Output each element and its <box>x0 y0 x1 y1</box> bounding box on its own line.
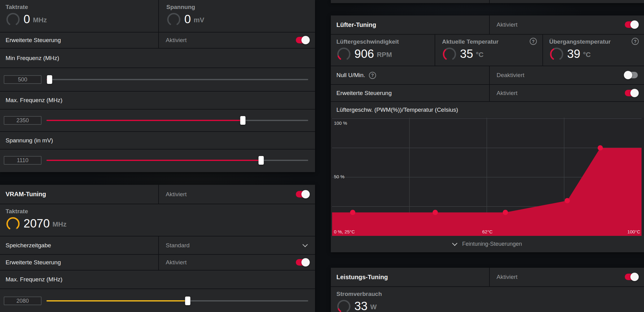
vram-header-row: VRAM-Tuning Aktiviert <box>0 185 315 204</box>
previous-card-edge <box>331 0 644 3</box>
fan-speed-label: Lüftergeschwindigkeit <box>336 38 435 45</box>
fan-curve-chart[interactable]: 100 % 50 % 0 %, 25°C 62°C 100°C <box>331 118 644 236</box>
gpu-advanced-row: Erweiterte Steuerung Aktiviert <box>0 32 315 48</box>
gpu-voltage-value: 0 <box>184 13 191 26</box>
power-consumption-gauge-icon <box>336 299 351 312</box>
fan-advanced-state: Aktiviert <box>497 90 518 97</box>
current-temp-cell: Aktuelle Temperatur ? 35 °C <box>435 35 542 66</box>
fan-advanced-label: Erweiterte Steuerung <box>331 85 489 101</box>
fan-enable-toggle[interactable] <box>625 21 638 28</box>
fan-title: Lüfter-Tuning <box>331 15 489 34</box>
fan-curve-point[interactable] <box>350 210 355 215</box>
power-consumption-unit: W <box>370 303 377 311</box>
gpu-clock-label: Taktrate <box>6 4 158 11</box>
vram-advanced-label: Erweiterte Steuerung <box>0 255 158 270</box>
zero-rpm-label: Null U/Min. <box>336 72 365 79</box>
max-freq-label: Max. Frequenz (MHz) <box>6 97 63 104</box>
vram-state: Aktiviert <box>166 191 187 198</box>
power-consumption-value: 33 <box>354 300 367 312</box>
current-temp-value: 35 <box>460 47 473 61</box>
slider-track[interactable] <box>46 120 308 121</box>
ytick-50: 50 % <box>334 174 344 179</box>
vram-max-freq-label-row: Max. Frequenz (MHz) <box>0 271 315 288</box>
fan-curve-point[interactable] <box>503 210 508 215</box>
fan-speed-value: 906 <box>354 47 374 61</box>
gpu-clock-unit: MHz <box>33 16 47 24</box>
gpu-voltage-gauge-icon <box>166 12 181 27</box>
vram-max-freq-slider[interactable] <box>46 289 308 312</box>
power-consumption-row: Stromverbrauch 33 W <box>331 287 644 312</box>
fan-chart-title-row: Lüftergeschw. (PWM(%))/Temperatur (Celsi… <box>331 102 644 118</box>
min-freq-slider[interactable] <box>46 68 308 91</box>
junction-temp-unit: °C <box>583 51 591 59</box>
gpu-voltage-unit: mV <box>194 16 204 24</box>
fine-tuning-label: Feintuning-Steuerungen <box>462 241 522 247</box>
junction-temp-gauge-icon <box>549 46 564 61</box>
gpu-tuning-card: Taktrate 0 MHz Spannung 0 mV Erweiterte … <box>0 0 315 172</box>
vram-enable-toggle[interactable] <box>296 191 309 197</box>
current-temp-label: Aktuelle Temperatur <box>442 38 542 45</box>
help-icon[interactable]: ? <box>530 38 537 45</box>
vram-tuning-card: VRAM-Tuning Aktiviert Taktrate 2070 MHz … <box>0 185 315 312</box>
gpu-clock-cell: Taktrate 0 MHz <box>0 0 158 32</box>
vram-advanced-toggle[interactable] <box>296 259 309 266</box>
power-tuning-card: Leistungs-Tuning Aktiviert Stromverbrauc… <box>331 268 644 312</box>
slider-track[interactable] <box>46 300 308 301</box>
slider-handle[interactable] <box>240 116 245 125</box>
vram-clock-value: 2070 <box>24 217 50 230</box>
xlabel-left: 0 %, 25°C <box>334 229 355 234</box>
fan-advanced-row: Erweiterte Steuerung Aktiviert <box>331 85 644 101</box>
memory-timing-value: Standard <box>166 242 190 249</box>
zero-rpm-row: Null U/Min. ? Deaktiviert <box>331 66 644 84</box>
memory-timing-dropdown[interactable]: Standard <box>158 236 315 254</box>
zero-rpm-toggle[interactable] <box>625 72 638 78</box>
power-consumption-label: Stromverbrauch <box>336 291 644 297</box>
slider-handle[interactable] <box>47 75 52 84</box>
fan-curve-point[interactable] <box>565 198 570 203</box>
current-temp-unit: °C <box>476 51 484 59</box>
slider-handle[interactable] <box>258 156 264 165</box>
gpu-advanced-state: Aktiviert <box>166 37 187 44</box>
max-freq-value-box[interactable]: 2350 <box>4 116 42 125</box>
fan-curve-point[interactable] <box>598 145 603 150</box>
vram-max-freq-value-box[interactable]: 2080 <box>4 297 42 305</box>
vram-clock-gauge-icon <box>6 216 20 231</box>
gpu-advanced-toggle[interactable] <box>296 37 309 43</box>
vram-advanced-row: Erweiterte Steuerung Aktiviert <box>0 255 315 270</box>
current-temp-gauge-icon <box>442 46 457 61</box>
gpu-voltage-cell: Spannung 0 mV <box>158 0 315 32</box>
slider-handle[interactable] <box>185 297 191 305</box>
power-enable-toggle[interactable] <box>625 274 638 280</box>
slider-track[interactable] <box>46 160 308 161</box>
fan-tuning-card: Lüfter-Tuning Aktiviert Lüftergeschwindi… <box>331 15 644 252</box>
gpu-advanced-label: Erweiterte Steuerung <box>0 32 158 48</box>
zero-rpm-state: Deaktiviert <box>497 72 524 79</box>
fan-speed-unit: RPM <box>377 51 392 59</box>
gpu-voltage-label: Spannung <box>166 4 315 11</box>
vram-max-freq-label: Max. Frequenz (MHz) <box>6 276 63 283</box>
help-icon[interactable]: ? <box>369 72 376 79</box>
fan-advanced-toggle[interactable] <box>625 90 638 96</box>
chevron-down-icon[interactable] <box>303 242 308 247</box>
fan-state: Aktiviert <box>497 21 518 28</box>
vram-max-freq-slider-row: 2080 <box>0 289 315 312</box>
vram-clock-label: Taktrate <box>6 208 315 215</box>
power-consumption-cell: Stromverbrauch 33 W <box>331 287 644 312</box>
vram-title: VRAM-Tuning <box>0 185 158 204</box>
chevron-down-icon <box>452 240 457 246</box>
slider-track[interactable] <box>46 79 308 80</box>
fine-tuning-expander[interactable]: Feintuning-Steuerungen <box>331 236 644 252</box>
junction-temp-cell: Übergangstemperatur ? 39 °C <box>542 35 644 66</box>
fan-curve-point[interactable] <box>433 210 438 215</box>
voltage-slider-row: 1110 <box>0 150 315 171</box>
min-freq-slider-row: 500 <box>0 68 315 91</box>
help-icon[interactable]: ? <box>632 38 639 45</box>
vram-advanced-state: Aktiviert <box>166 259 187 266</box>
max-freq-slider[interactable] <box>46 110 308 131</box>
voltage-slider[interactable] <box>46 150 308 171</box>
vram-clock-row: Taktrate 2070 MHz <box>0 204 315 236</box>
power-header-row: Leistungs-Tuning Aktiviert <box>331 268 644 286</box>
min-freq-value-box[interactable]: 500 <box>4 75 42 84</box>
voltage-value-box[interactable]: 1110 <box>4 156 42 165</box>
voltage-slider-label-row: Spannung (in mV) <box>0 132 315 149</box>
